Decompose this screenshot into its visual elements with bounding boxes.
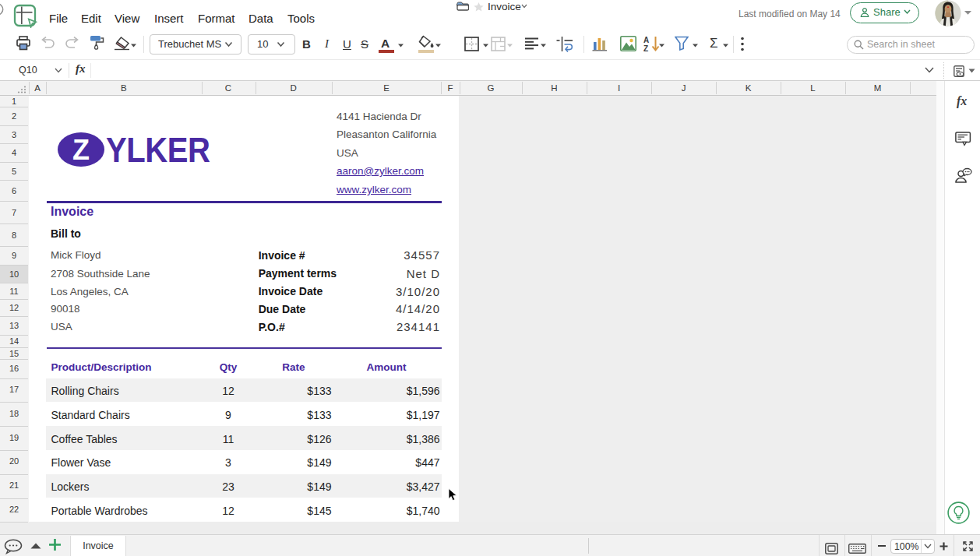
svg-text:Z: Z <box>643 44 648 52</box>
svg-text:A: A <box>643 36 649 44</box>
svg-text:Z: Z <box>72 134 90 166</box>
